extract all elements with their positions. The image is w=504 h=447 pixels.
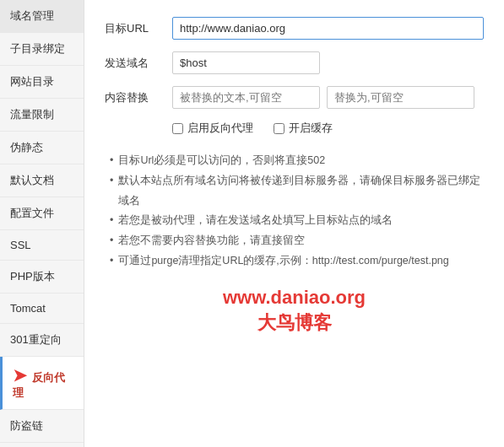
- sidebar-item-label-php-version: PHP版本: [10, 270, 55, 283]
- sidebar-item-label-default-doc: 默认文档: [10, 174, 54, 186]
- sidebar-item-tomcat[interactable]: Tomcat: [0, 294, 84, 324]
- sidebar-item-ssl[interactable]: SSL: [0, 230, 84, 261]
- sidebar-item-label-fake-static: 伪静态: [10, 141, 43, 153]
- enable-reverse-proxy-label: 启用反向代理: [187, 121, 253, 136]
- sidebar-item-php-version[interactable]: PHP版本: [0, 261, 84, 294]
- send-domain-label: 发送域名: [105, 56, 172, 71]
- sidebar: 域名管理子目录绑定网站目录流量限制伪静态默认文档配置文件SSLPHP版本Tomc…: [0, 0, 84, 447]
- send-domain-row: 发送域名: [105, 51, 484, 74]
- content-replace-label: 内容替换: [105, 90, 172, 105]
- enable-cache-label: 开启缓存: [289, 121, 333, 136]
- brand-section: www.daniao.org 大鸟博客: [105, 287, 484, 336]
- main-content: 目标URL 发送域名 内容替换 启用反向代理 开启缓存 •目标Url必须是可以访…: [84, 0, 504, 447]
- enable-cache-input[interactable]: [274, 123, 285, 134]
- enable-reverse-proxy-checkbox[interactable]: 启用反向代理: [172, 121, 253, 136]
- brand-url: www.daniao.org: [105, 287, 484, 309]
- sidebar-item-fake-static[interactable]: 伪静态: [0, 132, 84, 164]
- note-text: 默认本站点所有域名访问将被传递到目标服务器，请确保目标服务器已绑定域名: [118, 171, 484, 212]
- sidebar-item-config-file[interactable]: 配置文件: [0, 197, 84, 230]
- sidebar-item-subdir-bind[interactable]: 子目录绑定: [0, 33, 84, 66]
- notes-section: •目标Url必须是可以访问的，否则将直接502•默认本站点所有域名访问将被传递到…: [105, 151, 484, 272]
- arrow-icon: ➤: [13, 366, 32, 385]
- note-bullet: •: [110, 151, 113, 171]
- sidebar-item-default-doc[interactable]: 默认文档: [0, 164, 84, 197]
- note-text: 若您是被动代理，请在发送域名处填写上目标站点的域名: [118, 211, 393, 231]
- note-text: 可通过purge清理指定URL的缓存,示例：http://test.com/pu…: [118, 251, 448, 272]
- sidebar-item-label-config-file: 配置文件: [10, 207, 54, 219]
- note-text: 目标Url必须是可以访问的，否则将直接502: [118, 151, 325, 171]
- sidebar-item-label-subdir-bind: 子目录绑定: [10, 42, 65, 55]
- sidebar-item-label-domain-manage: 域名管理: [10, 9, 54, 22]
- sidebar-item-redirect-301[interactable]: 301重定向: [0, 324, 84, 357]
- note-bullet: •: [110, 211, 113, 231]
- sidebar-item-label-traffic-limit: 流量限制: [10, 108, 54, 121]
- target-url-input[interactable]: [172, 17, 484, 40]
- replace-with-input[interactable]: [327, 86, 474, 109]
- sidebar-item-site-dir[interactable]: 网站目录: [0, 66, 84, 99]
- send-domain-input[interactable]: [172, 51, 320, 74]
- enable-cache-checkbox[interactable]: 开启缓存: [274, 121, 333, 136]
- target-url-label: 目标URL: [105, 21, 172, 36]
- content-replace-row: 内容替换: [105, 86, 484, 109]
- note-text: 若您不需要内容替换功能，请直接留空: [118, 231, 305, 251]
- content-replace-input[interactable]: [172, 86, 320, 109]
- sidebar-item-label-site-dir: 网站目录: [10, 75, 54, 88]
- sidebar-item-hotlink[interactable]: 防盗链: [0, 410, 84, 443]
- note-bullet: •: [110, 231, 113, 251]
- sidebar-item-label-ssl: SSL: [10, 239, 31, 251]
- note-item: •可通过purge清理指定URL的缓存,示例：http://test.com/p…: [110, 251, 484, 272]
- note-item: •目标Url必须是可以访问的，否则将直接502: [110, 151, 484, 171]
- enable-reverse-proxy-input[interactable]: [172, 123, 183, 134]
- sidebar-item-label-redirect-301: 301重定向: [10, 333, 62, 346]
- note-item: •默认本站点所有域名访问将被传递到目标服务器，请确保目标服务器已绑定域名: [110, 171, 484, 212]
- checkbox-row: 启用反向代理 开启缓存: [172, 121, 484, 136]
- sidebar-item-domain-manage[interactable]: 域名管理: [0, 0, 84, 33]
- sidebar-item-traffic-limit[interactable]: 流量限制: [0, 99, 84, 132]
- note-bullet: •: [110, 251, 113, 272]
- sidebar-item-reverse-proxy[interactable]: ➤ 反向代理: [0, 357, 84, 410]
- note-item: •若您不需要内容替换功能，请直接留空: [110, 231, 484, 251]
- note-bullet: •: [110, 171, 113, 191]
- sidebar-item-label-hotlink: 防盗链: [10, 419, 43, 432]
- target-url-row: 目标URL: [105, 17, 484, 40]
- note-item: •若您是被动代理，请在发送域名处填写上目标站点的域名: [110, 211, 484, 231]
- sidebar-item-label-tomcat: Tomcat: [10, 302, 46, 315]
- brand-name: 大鸟博客: [105, 310, 484, 336]
